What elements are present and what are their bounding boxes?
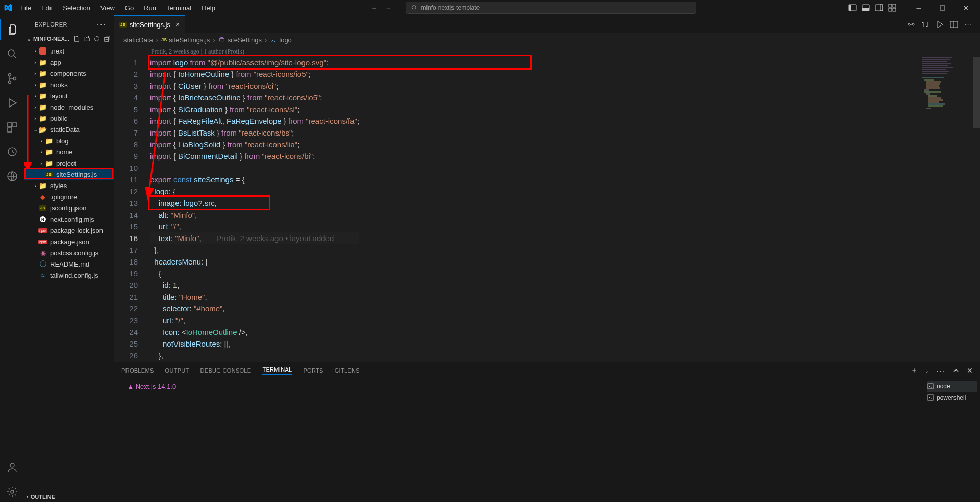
code-line[interactable]: id: 1,	[150, 279, 359, 291]
menu-file[interactable]: File	[16, 3, 35, 13]
activity-explorer[interactable]	[0, 19, 24, 40]
code-line[interactable]: },	[150, 350, 359, 361]
menu-edit[interactable]: Edit	[37, 3, 57, 13]
breadcrumb-item[interactable]: staticData	[123, 36, 153, 44]
layout-sidebar-right-icon[interactable]	[875, 4, 883, 12]
tree-item-node_modules[interactable]: ›📁node_modules	[24, 101, 114, 113]
tree-item-hooks[interactable]: ›📁hooks	[24, 79, 114, 90]
panel-maximize-icon[interactable]	[952, 367, 960, 374]
panel-close-icon[interactable]: ✕	[967, 366, 973, 375]
tree-item-components[interactable]: ›📁components	[24, 68, 114, 79]
workspace-section-header[interactable]: ⌄ MINFO-NEX...	[24, 33, 114, 44]
activity-settings[interactable]	[0, 482, 24, 502]
codelens-authors[interactable]: Protik, 2 weeks ago | 1 author (Protik)	[114, 46, 980, 57]
activity-remote[interactable]	[0, 166, 24, 187]
code-line[interactable]: import { FaRegFileAlt, FaRegEnvelope } f…	[150, 115, 359, 127]
code-line[interactable]: selector: "#home",	[150, 303, 359, 314]
code-editor[interactable]: import logo from "@/public/assets/img/si…	[150, 57, 359, 362]
tree-item-public[interactable]: ›📁public	[24, 113, 114, 124]
new-file-icon[interactable]	[73, 35, 80, 42]
menu-run[interactable]: Run	[140, 3, 160, 13]
code-line[interactable]: headersMenu: [	[150, 256, 359, 268]
tree-item-jsconfig-json[interactable]: JSjsconfig.json	[24, 202, 114, 214]
breadcrumb-item[interactable]: logo	[270, 36, 292, 44]
code-line[interactable]: url: "/",	[150, 221, 359, 232]
code-line[interactable]: import { LiaBlogSolid } from "react-icon…	[150, 139, 359, 150]
nav-back-icon[interactable]: ←	[371, 4, 378, 12]
window-close-button[interactable]: ✕	[956, 0, 976, 15]
tree-item-staticData[interactable]: ⌄📂staticData	[24, 124, 114, 135]
new-folder-icon[interactable]	[83, 35, 90, 42]
tree-item-blog[interactable]: ›📁blog	[24, 135, 114, 146]
collapse-all-icon[interactable]	[104, 35, 111, 42]
breadcrumb-item[interactable]: siteSettings	[218, 36, 262, 44]
code-line[interactable]: title: "Home",	[150, 291, 359, 303]
code-line[interactable]: export const siteSettings = {	[150, 174, 359, 186]
code-line[interactable]: },	[150, 244, 359, 256]
terminal-new-icon[interactable]: ＋	[911, 366, 918, 375]
code-line[interactable]: alt: "Minfo",	[150, 209, 359, 221]
code-line[interactable]: Icon: <IoHomeOutline />,	[150, 326, 359, 338]
breadcrumb-item[interactable]: JSsiteSettings.js	[161, 36, 210, 44]
command-center[interactable]: minfo-nextjs-template	[406, 2, 696, 14]
code-line[interactable]: import { IoHomeOutline } from "react-ico…	[150, 68, 359, 80]
git-compare-icon[interactable]	[921, 20, 929, 29]
menu-selection[interactable]: Selection	[59, 3, 94, 13]
code-line[interactable]: notVisibleRoutes: [],	[150, 338, 359, 350]
code-line[interactable]: logo: {	[150, 186, 359, 197]
code-line[interactable]: import { IoBriefcaseOutline } from "reac…	[150, 92, 359, 103]
editor-more-icon[interactable]: ···	[964, 20, 973, 28]
terminal-item-node[interactable]: node	[927, 381, 977, 392]
panel-tab-output[interactable]: OUTPUT	[165, 367, 189, 374]
tree-item-project[interactable]: ›📁project	[24, 157, 114, 169]
code-line[interactable]: url: "/",	[150, 314, 359, 326]
menu-go[interactable]: Go	[121, 3, 138, 13]
code-line[interactable]	[150, 162, 359, 174]
panel-tab-ports[interactable]: PORTS	[303, 367, 323, 374]
tree-item-siteSettings-js[interactable]: JSsiteSettings.js	[24, 169, 114, 180]
code-line[interactable]: import { CiUser } from "react-icons/ci";	[150, 80, 359, 92]
customize-layout-icon[interactable]	[888, 4, 896, 12]
window-maximize-button[interactable]	[932, 0, 952, 15]
activity-scm[interactable]	[0, 68, 24, 89]
window-minimize-button[interactable]: ─	[909, 0, 929, 15]
code-line[interactable]: image: logo?.src,	[150, 197, 359, 209]
activity-search[interactable]	[0, 44, 24, 64]
tree-item--next[interactable]: ›.next	[24, 45, 114, 57]
activity-account[interactable]	[0, 457, 24, 478]
tree-item-tailwind-config-js[interactable]: ≈tailwind.config.js	[24, 270, 114, 281]
code-line[interactable]: import { BsListTask } from "react-icons/…	[150, 127, 359, 139]
panel-tab-terminal[interactable]: TERMINAL	[262, 366, 292, 375]
split-editor-icon[interactable]	[950, 20, 958, 29]
explorer-more-icon[interactable]: ···	[97, 20, 107, 29]
code-line[interactable]: text: "Minfo", Protik, 2 weeks ago • lay…	[150, 232, 359, 244]
tree-item-README-md[interactable]: ⓘREADME.md	[24, 258, 114, 270]
tree-item-package-json[interactable]: npmpackage.json	[24, 236, 114, 247]
tree-item-next-config-mjs[interactable]: Nnext.config.mjs	[24, 214, 114, 225]
layout-panel-icon[interactable]	[862, 4, 870, 12]
activity-debug[interactable]	[0, 93, 24, 113]
tree-item-app[interactable]: ›📁app	[24, 57, 114, 68]
tree-item-postcss-config-js[interactable]: ◉postcss.config.js	[24, 247, 114, 258]
minimap[interactable]	[922, 57, 973, 169]
tree-item--gitignore[interactable]: ◆.gitignore	[24, 191, 114, 202]
refresh-icon[interactable]	[93, 35, 100, 42]
tree-item-layout[interactable]: ›📁layout	[24, 90, 114, 101]
code-line[interactable]: {	[150, 268, 359, 279]
tab-close-button[interactable]: ×	[175, 20, 180, 29]
run-icon[interactable]	[936, 20, 944, 29]
layout-sidebar-left-icon[interactable]	[848, 4, 857, 12]
activity-extensions[interactable]	[0, 117, 24, 138]
outline-section-header[interactable]: › OUTLINE	[24, 491, 114, 502]
terminal-new-dropdown-icon[interactable]: ⌄	[925, 368, 929, 374]
minimap-scroll-thumb[interactable]	[973, 57, 980, 128]
panel-tab-gitlens[interactable]: GITLENS	[335, 367, 360, 374]
tree-item-home[interactable]: ›📁home	[24, 146, 114, 157]
breadcrumb[interactable]: staticData›JSsiteSettings.js›siteSetting…	[114, 33, 980, 46]
tree-item-styles[interactable]: ›📁styles	[24, 180, 114, 191]
tree-item-package-lock-json[interactable]: npmpackage-lock.json	[24, 225, 114, 236]
menu-terminal[interactable]: Terminal	[162, 3, 195, 13]
panel-tab-debug-console[interactable]: DEBUG CONSOLE	[200, 367, 252, 374]
terminal-output[interactable]: ▲ Next.js 14.1.0	[114, 379, 924, 502]
code-line[interactable]: import { SlGraduation } from "react-icon…	[150, 103, 359, 115]
